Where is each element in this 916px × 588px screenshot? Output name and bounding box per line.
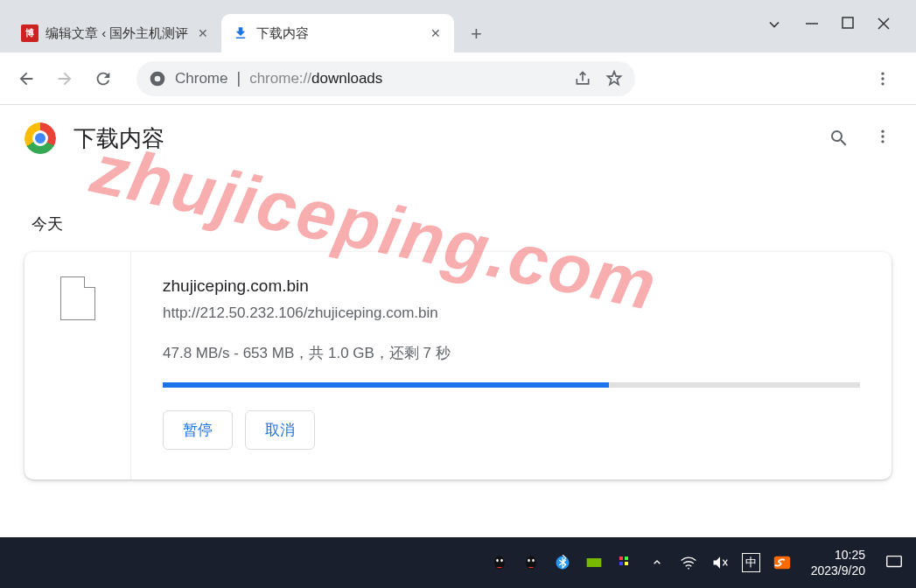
progress-bar (163, 382, 860, 388)
tab-title: 编辑文章 ‹ 国外主机测评 (45, 25, 188, 42)
download-item: zhujiceping.com.bin http://212.50.232.10… (24, 252, 892, 480)
address-bar[interactable]: Chrome | chrome://downloads (136, 61, 635, 96)
more-options-icon[interactable] (874, 128, 892, 149)
ime-indicator[interactable]: 中 (742, 553, 760, 572)
wifi-icon[interactable] (679, 553, 698, 572)
new-tab-button[interactable]: + (461, 19, 491, 49)
svg-rect-26 (887, 556, 902, 567)
omnibox-url: chrome://downloads (249, 70, 382, 88)
share-icon[interactable] (574, 70, 591, 88)
minimize-icon[interactable] (804, 16, 820, 33)
tray-qq-icon[interactable] (490, 553, 509, 572)
pause-button[interactable]: 暂停 (163, 410, 233, 450)
svg-point-15 (532, 559, 535, 562)
clock-date: 2023/9/20 (811, 563, 865, 578)
file-icon (60, 276, 95, 320)
date-section-label: 今天 (31, 214, 892, 234)
svg-point-7 (881, 130, 884, 133)
reload-button[interactable] (87, 63, 119, 94)
back-button[interactable] (10, 63, 42, 94)
divider: | (236, 69, 241, 88)
download-source-url[interactable]: http://212.50.232.106/zhujiceping.com.bi… (163, 304, 860, 322)
nvidia-icon[interactable] (584, 553, 604, 572)
svg-point-14 (528, 559, 530, 562)
browser-toolbar: Chrome | chrome://downloads (0, 52, 916, 105)
svg-point-9 (881, 140, 884, 143)
tab-active[interactable]: 下载内容 ✕ (221, 14, 454, 52)
search-icon[interactable] (829, 128, 850, 149)
windows-taskbar: 中 10:25 2023/9/20 (0, 537, 916, 588)
notifications-icon[interactable] (885, 552, 906, 573)
tray-chevron-icon[interactable] (647, 553, 667, 572)
tray-app-icon[interactable] (616, 553, 635, 572)
svg-point-11 (496, 559, 499, 562)
tray-qq-icon-2[interactable] (521, 553, 541, 572)
download-icon (232, 24, 249, 42)
progress-fill (163, 382, 609, 388)
menu-button[interactable] (867, 63, 899, 94)
svg-point-12 (500, 559, 503, 562)
downloads-content: zhujiceping.com 今天 zhujiceping.com.bin h… (0, 214, 916, 480)
svg-rect-1 (843, 18, 853, 28)
svg-point-6 (881, 82, 884, 85)
svg-rect-17 (586, 558, 601, 567)
bookmark-icon[interactable] (605, 70, 623, 88)
favicon-blog: 博 (21, 24, 38, 42)
svg-rect-25 (774, 556, 790, 570)
chrome-icon (149, 70, 166, 88)
browser-titlebar: 博 编辑文章 ‹ 国外主机测评 ✕ 下载内容 ✕ + (0, 0, 916, 52)
window-close-icon[interactable] (876, 16, 892, 33)
svg-point-8 (881, 135, 884, 137)
svg-point-5 (881, 77, 884, 80)
forward-button[interactable] (49, 63, 80, 94)
clock-time: 10:25 (835, 547, 865, 563)
chevron-down-icon[interactable] (766, 16, 783, 33)
tab-inactive-1[interactable]: 博 编辑文章 ‹ 国外主机测评 ✕ (10, 14, 221, 52)
tab-title: 下载内容 (256, 25, 309, 42)
svg-rect-21 (625, 562, 628, 565)
svg-point-4 (881, 72, 884, 74)
svg-rect-20 (619, 562, 623, 565)
chrome-logo-icon (24, 122, 56, 154)
system-clock[interactable]: 10:25 2023/9/20 (811, 547, 865, 578)
sogou-ime-icon[interactable] (773, 553, 792, 572)
close-icon[interactable]: ✕ (195, 25, 211, 41)
svg-point-3 (155, 75, 161, 81)
svg-rect-18 (619, 556, 623, 560)
page-title: 下载内容 (73, 123, 164, 154)
omnibox-product-label: Chrome (175, 70, 227, 88)
bluetooth-icon[interactable] (553, 553, 572, 572)
download-filename[interactable]: zhujiceping.com.bin (163, 276, 860, 296)
maximize-icon[interactable] (841, 16, 855, 33)
file-thumbnail (24, 252, 131, 480)
svg-point-22 (688, 568, 689, 570)
cancel-button[interactable]: 取消 (245, 410, 315, 450)
downloads-header: 下载内容 (0, 105, 916, 172)
volume-icon[interactable] (710, 553, 730, 572)
window-controls (741, 0, 916, 49)
close-icon[interactable]: ✕ (428, 25, 444, 41)
download-status: 47.8 MB/s - 653 MB，共 1.0 GB，还剩 7 秒 (163, 343, 860, 363)
svg-rect-19 (625, 556, 628, 560)
